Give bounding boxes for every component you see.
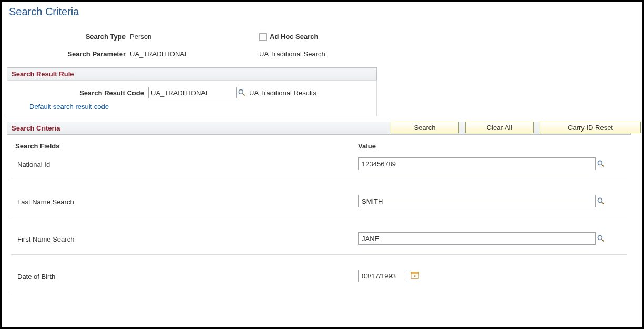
lookup-icon[interactable] bbox=[596, 158, 606, 169]
criteria-section: Search Criteria Search Fields Value Nati… bbox=[7, 122, 631, 292]
national-id-input[interactable] bbox=[358, 157, 596, 170]
svg-line-5 bbox=[602, 202, 604, 204]
date-of-birth-input[interactable] bbox=[358, 270, 407, 282]
clear-all-button[interactable]: Clear All bbox=[465, 122, 534, 133]
adhoc-label: Ad Hoc Search bbox=[270, 33, 318, 41]
svg-line-7 bbox=[602, 240, 604, 242]
result-code-label: Search Result Code bbox=[12, 89, 148, 97]
calendar-icon[interactable]: 31 bbox=[411, 271, 420, 281]
result-rule-header: Search Result Rule bbox=[7, 67, 377, 80]
svg-point-6 bbox=[598, 235, 602, 240]
search-parameter-desc: UA Traditional Search bbox=[259, 50, 325, 58]
checkbox-icon[interactable] bbox=[259, 33, 267, 41]
lookup-icon[interactable] bbox=[596, 233, 606, 244]
svg-line-1 bbox=[243, 94, 245, 96]
page-title: Search Criteria bbox=[9, 6, 637, 18]
svg-line-3 bbox=[602, 165, 604, 167]
svg-point-4 bbox=[598, 198, 602, 202]
search-parameter-label: Search Parameter bbox=[11, 50, 130, 58]
first-name-input[interactable] bbox=[358, 232, 596, 245]
criteria-field-label: National Id bbox=[11, 157, 358, 168]
svg-text:31: 31 bbox=[413, 274, 417, 278]
criteria-field-label: Last Name Search bbox=[11, 195, 358, 206]
result-rule-section: Search Result Rule Search Result Code UA… bbox=[7, 67, 377, 116]
criteria-row: Date of Birth 31 bbox=[11, 255, 627, 292]
criteria-row: First Name Search bbox=[11, 217, 627, 255]
criteria-field-label: Date of Birth bbox=[11, 270, 358, 281]
criteria-row: National Id bbox=[11, 154, 627, 180]
search-type-label: Search Type bbox=[11, 33, 130, 41]
lookup-icon[interactable] bbox=[596, 196, 606, 206]
search-parameter-value: UA_TRADITIONAL bbox=[130, 50, 252, 58]
search-type-value: Person bbox=[130, 33, 252, 41]
default-search-result-link[interactable]: Default search result code bbox=[29, 103, 109, 111]
svg-rect-9 bbox=[411, 272, 418, 274]
result-code-input[interactable] bbox=[148, 87, 237, 98]
criteria-row: Last Name Search bbox=[11, 180, 627, 217]
search-button[interactable]: Search bbox=[391, 122, 459, 133]
top-fields: Search Type Person Ad Hoc Search Search … bbox=[11, 33, 637, 58]
svg-point-2 bbox=[598, 161, 602, 165]
adhoc-search-checkbox[interactable]: Ad Hoc Search bbox=[259, 33, 318, 41]
lookup-icon[interactable] bbox=[237, 87, 247, 98]
criteria-field-label: First Name Search bbox=[11, 232, 358, 243]
action-buttons: Search Clear All Carry ID Reset bbox=[391, 122, 641, 133]
result-code-desc: UA Traditional Results bbox=[249, 89, 316, 97]
col-header-fields: Search Fields bbox=[11, 142, 358, 150]
carry-id-reset-button[interactable]: Carry ID Reset bbox=[540, 122, 641, 133]
last-name-input[interactable] bbox=[358, 195, 596, 207]
svg-point-0 bbox=[239, 89, 243, 94]
col-header-value: Value bbox=[358, 142, 376, 150]
